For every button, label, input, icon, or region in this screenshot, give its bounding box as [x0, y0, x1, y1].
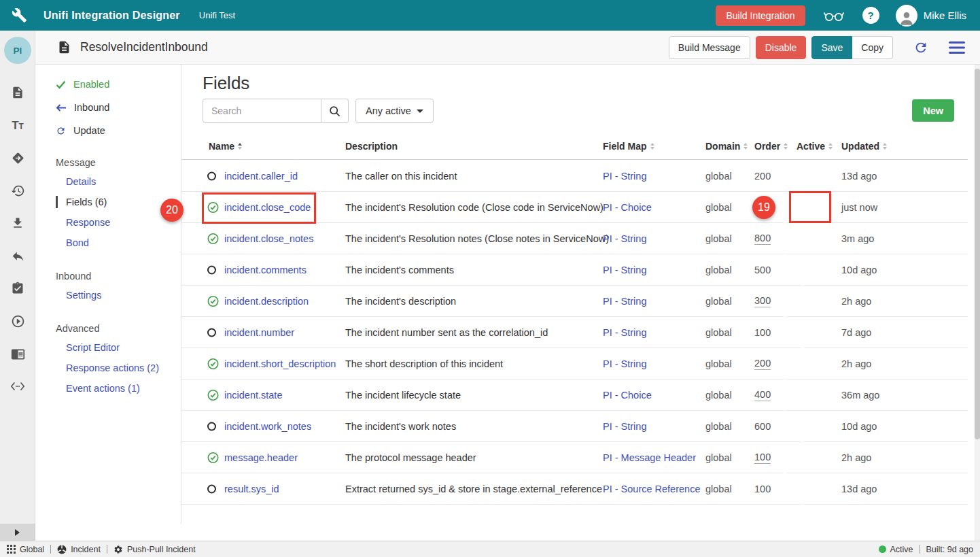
field-name-link[interactable]: result.sys_id — [224, 484, 279, 494]
field-domain: global — [705, 421, 732, 432]
active-check-icon — [207, 295, 219, 307]
field-name-link[interactable]: incident.caller_id — [224, 171, 298, 182]
nav-item-settings[interactable]: Settings — [35, 285, 181, 305]
inactive-circle-icon — [207, 484, 216, 493]
refresh-icon[interactable] — [913, 40, 928, 55]
nav-item-event-actions[interactable]: Event actions (1) — [35, 378, 181, 399]
nav-item-bond[interactable]: Bond — [35, 233, 181, 253]
column-header-field-map[interactable]: Field Map — [603, 141, 654, 152]
field-name-link[interactable]: incident.description — [224, 296, 309, 307]
nav-item-response[interactable]: Response — [35, 212, 181, 233]
field-map-link[interactable]: PI - String — [603, 358, 646, 369]
field-map-link[interactable]: PI - String — [603, 233, 646, 244]
active-check-icon — [207, 389, 219, 401]
field-domain: global — [705, 452, 732, 463]
field-map-link[interactable]: PI - String — [603, 327, 646, 338]
toggle-knob — [778, 303, 792, 317]
column-header-name[interactable]: Name — [209, 141, 242, 152]
field-order: 500 — [754, 265, 771, 275]
table-row: incident.description The incident's desc… — [181, 286, 968, 317]
document-icon[interactable] — [10, 85, 25, 100]
menu-icon[interactable] — [949, 41, 965, 54]
table-row: incident.short_description The short des… — [181, 348, 968, 379]
field-name-link[interactable]: incident.close_notes — [224, 233, 313, 244]
field-order[interactable]: 400 — [754, 389, 771, 401]
sort-icon — [743, 143, 748, 150]
field-name-link[interactable]: incident.work_notes — [224, 421, 311, 432]
integration-avatar[interactable]: PI — [4, 37, 31, 64]
nav-item-script-editor[interactable]: Script Editor — [35, 337, 181, 358]
task-check-icon[interactable] — [10, 281, 25, 296]
field-name-link[interactable]: incident.state — [224, 390, 282, 401]
scrollbar-thumb[interactable] — [975, 69, 980, 439]
workspace-name: Unifi Test — [199, 10, 235, 20]
page-title: ResolveIncidentInbound — [80, 40, 208, 54]
help-icon[interactable]: ? — [862, 7, 879, 24]
field-name-link[interactable]: incident.comments — [224, 265, 307, 275]
toggle-knob — [796, 335, 809, 348]
field-description: The protocol message header — [345, 452, 476, 463]
inactive-circle-icon — [207, 328, 216, 337]
nav-item-inbound[interactable]: Inbound — [35, 96, 181, 119]
history-icon[interactable] — [10, 183, 25, 198]
field-name-link[interactable]: incident.short_description — [224, 358, 336, 369]
separator — [50, 545, 51, 554]
column-header-updated[interactable]: Updated — [841, 141, 887, 152]
new-field-button[interactable]: New — [912, 99, 954, 122]
vertical-scrollbar — [975, 65, 980, 541]
text-format-icon[interactable]: TT — [10, 118, 25, 133]
code-icon[interactable] — [10, 379, 25, 394]
column-header-active[interactable]: Active — [797, 141, 833, 152]
build-message-button[interactable]: Build Message — [669, 36, 750, 59]
field-updated: just now — [841, 202, 877, 213]
field-map-link[interactable]: PI - Message Header — [603, 452, 696, 463]
book-icon[interactable] — [10, 346, 25, 361]
toggle-knob — [778, 241, 792, 254]
reply-icon[interactable] — [10, 248, 25, 263]
nav-item-update[interactable]: Update — [35, 119, 181, 142]
field-status — [207, 328, 216, 337]
field-order[interactable]: 800 — [754, 233, 771, 245]
toggle-knob — [796, 178, 809, 192]
column-header-order[interactable]: Order — [754, 141, 788, 152]
table-row: incident.comments The incident's comment… — [181, 254, 968, 286]
nav-item-details[interactable]: Details — [35, 171, 181, 192]
arrow-left-icon — [56, 103, 67, 112]
download-icon[interactable] — [10, 216, 25, 231]
field-map-link[interactable]: PI - Choice — [603, 202, 652, 213]
field-order[interactable]: 200 — [754, 358, 771, 370]
save-button[interactable]: Save — [811, 36, 852, 59]
active-filter-dropdown[interactable]: Any active — [355, 99, 434, 123]
check-icon — [56, 80, 66, 89]
user-menu[interactable]: Mike Ellis — [896, 5, 966, 27]
field-name-link[interactable]: incident.number — [224, 327, 294, 338]
toggle-knob — [778, 209, 792, 223]
build-integration-button[interactable]: Build Integration — [716, 5, 805, 26]
nav-item-enabled[interactable]: Enabled — [35, 73, 181, 96]
column-header-domain[interactable]: Domain — [705, 141, 748, 152]
glasses-icon[interactable] — [823, 9, 845, 22]
field-map-link[interactable]: PI - String — [603, 296, 646, 307]
field-description: The incident lifecycle state — [345, 390, 461, 401]
send-diamond-icon[interactable] — [10, 150, 25, 165]
field-name-link[interactable]: message.header — [224, 452, 298, 463]
status-bar: Global Incident Push-Pull Incident Activ… — [0, 541, 980, 557]
field-map-link[interactable]: PI - String — [603, 421, 646, 432]
search-button[interactable] — [321, 99, 349, 123]
field-order[interactable]: 100 — [754, 452, 771, 464]
user-name: Mike Ellis — [924, 10, 966, 21]
expand-sidebar-button[interactable] — [0, 524, 35, 541]
nav-item-fields[interactable]: Fields (6) — [35, 192, 181, 212]
field-map-link[interactable]: PI - String — [603, 171, 646, 182]
disable-button[interactable]: Disable — [756, 36, 807, 59]
play-circle-icon[interactable] — [10, 314, 25, 328]
copy-button[interactable]: Copy — [852, 36, 893, 59]
field-map-link[interactable]: PI - Source Reference — [603, 484, 700, 494]
nav-item-response-actions[interactable]: Response actions (2) — [35, 358, 181, 378]
field-order[interactable]: 300 — [754, 295, 771, 307]
field-updated: 10d ago — [841, 265, 877, 275]
field-map-link[interactable]: PI - Choice — [603, 390, 652, 401]
field-map-link[interactable]: PI - String — [603, 265, 646, 275]
field-name-link[interactable]: incident.close_code — [224, 202, 311, 213]
search-input[interactable] — [203, 99, 321, 123]
